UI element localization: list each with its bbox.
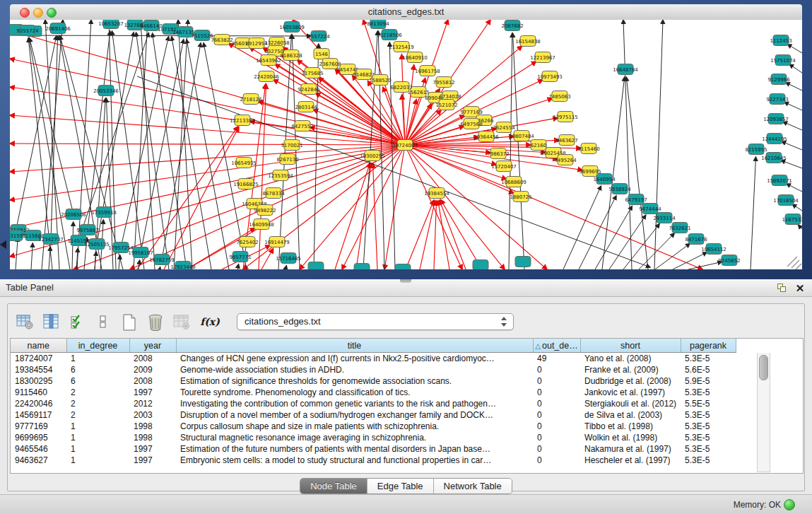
table-selector-dropdown[interactable]: citations_edges.txt <box>237 313 514 330</box>
graph-node[interactable]: 10688609 <box>501 177 526 187</box>
tab-node-table[interactable]: Node Table <box>300 479 367 493</box>
graph-node[interactable]: 17016504 <box>773 195 799 206</box>
table-row[interactable]: 946362711997Embryonic stem cells: a mode… <box>11 455 736 466</box>
graph-node[interactable]: 9115460 <box>577 144 599 154</box>
float-panel-button[interactable] <box>775 281 788 294</box>
graph-node[interactable]: 1167533 <box>782 214 802 225</box>
column-header-out_de[interactable]: △out_de… <box>533 339 580 353</box>
graph-node[interactable]: 7485063 <box>548 91 570 102</box>
graph-node[interactable]: 1546 <box>314 49 329 59</box>
graph-node[interactable]: 15720407 <box>491 161 517 172</box>
table-row[interactable]: 2242004622012Investigating the contribut… <box>11 398 736 409</box>
graph-node[interactable]: 16782759 <box>149 255 175 265</box>
graph-node[interactable]: 20691406 <box>45 23 71 34</box>
network-graph-canvas[interactable]: 9355724206914061065328713276026466140107… <box>10 20 802 269</box>
graph-node[interactable]: 11325419 <box>389 42 414 52</box>
graph-node[interactable]: 7986372 <box>487 148 509 159</box>
graph-node[interactable]: 5938924 <box>608 184 631 194</box>
graph-node[interactable]: 8427552 <box>291 121 313 132</box>
graph-node[interactable]: 9498222 <box>254 205 276 216</box>
graph-node[interactable]: 9857771 <box>229 252 251 262</box>
graph-node[interactable]: 9463627 <box>555 135 577 146</box>
graph-node[interactable]: 9242845 <box>298 84 319 95</box>
graph-node[interactable]: 18640910 <box>402 52 428 63</box>
graph-node[interactable]: 6822037 <box>390 82 412 93</box>
table-vertical-scrollbar[interactable] <box>757 353 770 472</box>
scrollbar-thumb[interactable] <box>759 355 768 380</box>
graph-node[interactable]: 16961758 <box>415 66 440 76</box>
graph-node[interactable]: 20206506 <box>61 209 86 220</box>
graph-node[interactable]: 19384554 <box>424 188 449 199</box>
graph-node[interactable]: 10654112 <box>701 244 726 255</box>
graph-node[interactable]: 8186328 <box>280 50 302 61</box>
graph-node[interactable]: 1521072 <box>435 100 457 110</box>
graph-node[interactable]: 1640954 <box>593 174 616 185</box>
column-header-short[interactable]: short <box>580 339 681 353</box>
graph-node[interactable]: 13218506 <box>377 30 402 40</box>
graph-node[interactable]: 16648784 <box>613 64 638 75</box>
graph-node[interactable] <box>308 262 324 270</box>
graph-node[interactable]: 7955812 <box>433 77 454 88</box>
column-header-name[interactable]: name <box>11 339 66 353</box>
graph-node[interactable]: 9245652 <box>718 255 740 266</box>
graph-node[interactable]: 2803144 <box>295 102 317 112</box>
column-header-title[interactable]: title <box>176 339 533 353</box>
table-settings-button[interactable] <box>15 313 35 331</box>
graph-node[interactable]: 3175685 <box>301 68 323 78</box>
graph-node[interactable]: 20053346 <box>93 86 119 96</box>
graph-node[interactable]: 3624554 <box>493 122 515 133</box>
graph-node[interactable]: 8678334 <box>262 188 285 199</box>
graph-node[interactable]: 22420046 <box>254 71 279 82</box>
panel-collapse-arrow-icon[interactable] <box>0 240 6 249</box>
graph-node[interactable]: 8471676 <box>685 234 707 245</box>
graph-node[interactable]: 12213382 <box>230 115 255 126</box>
graph-node[interactable]: 7557224 <box>307 31 330 42</box>
graph-node[interactable]: 1880725 <box>510 192 531 202</box>
column-header-in_degree[interactable]: in_degree <box>66 339 129 353</box>
graph-node[interactable]: 16053809 <box>279 22 305 33</box>
graph-node[interactable] <box>473 260 488 270</box>
memory-status-label[interactable]: Memory: OK <box>734 500 781 510</box>
graph-node[interactable]: 8267130 <box>276 154 298 165</box>
table-row[interactable]: 1456911722003Disruption of a novel membe… <box>11 409 736 421</box>
graph-node[interactable]: 7625402 <box>236 237 258 247</box>
graph-node[interactable]: 16914479 <box>264 237 290 247</box>
graph-node[interactable]: 12975115 <box>553 112 578 122</box>
close-panel-button[interactable]: ✕ <box>794 281 806 294</box>
column-visibility-button[interactable] <box>41 313 61 331</box>
window-titlebar[interactable]: citations_edges.txt <box>10 4 802 21</box>
graph-node[interactable]: 10653287 <box>98 20 124 29</box>
graph-node[interactable]: 7515526 <box>191 30 213 41</box>
graph-node[interactable]: 62160 <box>531 140 546 151</box>
graph-node[interactable]: 10973493 <box>537 71 563 82</box>
delete-column-button[interactable] <box>172 313 192 331</box>
select-rows-button[interactable] <box>67 313 87 331</box>
table-row[interactable]: 1830029562008Estimation of significance … <box>11 375 736 387</box>
memory-status-indicator-icon[interactable] <box>784 499 795 510</box>
resize-grip-icon[interactable] <box>787 257 801 269</box>
graph-node[interactable]: 9975887 <box>76 225 98 235</box>
graph-node[interactable]: 16210645 <box>761 153 787 163</box>
graph-node[interactable]: 7632621 <box>669 223 690 233</box>
graph-node[interactable]: 6497568 <box>460 119 482 129</box>
graph-node[interactable]: 16154838 <box>515 36 541 47</box>
graph-node[interactable]: 8215955 <box>745 144 767 155</box>
graph-node[interactable]: 20364456 <box>473 132 499 142</box>
clear-selection-button[interactable] <box>93 313 113 331</box>
new-table-button[interactable] <box>119 313 139 331</box>
graph-node[interactable]: 15692071 <box>767 175 792 186</box>
graph-node[interactable]: 9227343 <box>766 94 788 105</box>
function-builder-button[interactable]: f(x) <box>198 313 222 331</box>
graph-node[interactable] <box>395 264 411 270</box>
table-row[interactable]: 969969511998Structural magnetic resonanc… <box>11 432 736 443</box>
graph-node[interactable]: 4495264 <box>554 155 577 165</box>
table-row[interactable]: 1872400712008Changes of HCN gene express… <box>11 353 736 365</box>
graph-node[interactable] <box>354 264 370 270</box>
graph-node[interactable]: 2933114 <box>653 213 676 223</box>
splitter-handle[interactable] <box>400 279 411 283</box>
graph-node[interactable]: 9355724 <box>16 25 39 36</box>
graph-node[interactable]: 1112453 <box>770 35 792 46</box>
graph-node[interactable]: 9129966 <box>767 74 790 85</box>
graph-node[interactable]: 15751074 <box>770 55 796 66</box>
graph-node[interactable]: 2718126 <box>240 94 262 105</box>
